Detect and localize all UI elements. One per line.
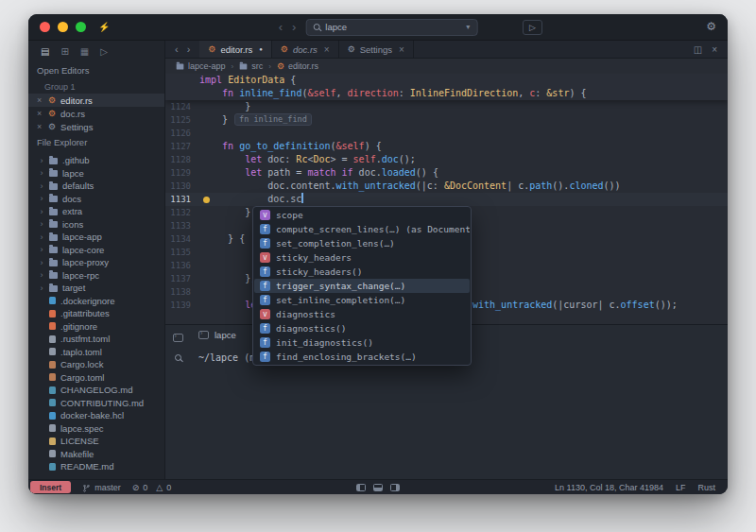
completion-item[interactable]: ffind_enclosing_brackets(…)	[254, 350, 470, 364]
terminal-icon	[198, 331, 209, 339]
tree-item[interactable]: .rustfmt.toml	[28, 333, 164, 346]
remote-connection-icon[interactable]: ⚡	[98, 22, 110, 32]
folder-icon	[49, 260, 58, 266]
tree-item[interactable]: Cargo.lock	[28, 358, 164, 371]
close-window-button[interactable]	[40, 22, 50, 32]
completion-item[interactable]: ftrigger_syntax_change(…)	[254, 279, 470, 293]
toggle-bottom-panel-icon[interactable]	[373, 484, 383, 491]
tree-item[interactable]: ›icons	[28, 218, 164, 232]
editor-tab[interactable]: ⚙editor.rs●	[199, 41, 272, 58]
tabs-forward-icon[interactable]: ›	[187, 43, 191, 55]
close-icon[interactable]: ×	[37, 122, 43, 131]
tree-item[interactable]: CONTRIBUTING.md	[28, 397, 164, 410]
open-editor-item[interactable]: ×⚙editor.rs	[28, 94, 164, 107]
tree-item[interactable]: ›lapce-core	[28, 244, 164, 257]
close-icon[interactable]: ×	[399, 44, 404, 55]
toggle-right-panel-icon[interactable]	[390, 484, 400, 491]
completion-item[interactable]: fsticky_headers()	[254, 265, 470, 279]
tree-item[interactable]: ›.github	[28, 154, 164, 167]
line-number: 1129	[165, 166, 199, 180]
folder-icon	[49, 272, 58, 279]
code-line: 1128 let doc: Rc<Doc> = self.doc();	[165, 153, 728, 166]
completion-item[interactable]: fdiagnostics()	[254, 321, 470, 335]
split-editor-icon[interactable]: ◫	[694, 44, 702, 55]
window-controls	[40, 22, 86, 32]
problems-indicator[interactable]: ⊘ 0 △ 0	[132, 483, 172, 492]
tree-item[interactable]: ›lapce-rpc	[28, 269, 164, 283]
text-cursor	[301, 193, 303, 203]
tree-item[interactable]: ›docs	[28, 193, 164, 206]
close-editor-icon[interactable]: ×	[712, 44, 717, 55]
completion-item[interactable]: fset_completion_lens(…)	[254, 236, 470, 250]
gear-icon: ⚙	[348, 45, 355, 54]
modified-dot-icon: ●	[259, 46, 263, 52]
tree-item[interactable]: ›lapce-app	[28, 231, 164, 244]
tree-item[interactable]: Cargo.toml	[28, 371, 164, 385]
tree-item[interactable]: ›lapce	[28, 167, 164, 180]
folder-icon	[49, 221, 58, 228]
breadcrumb: lapce-app›src›⚙editor.rs	[165, 59, 728, 74]
tree-item[interactable]: .taplo.toml	[28, 346, 164, 359]
line-ending[interactable]: LF	[676, 483, 686, 492]
git-branch-indicator[interactable]: master	[82, 483, 121, 492]
search-panel-icon[interactable]	[175, 354, 181, 361]
breadcrumb-item[interactable]: src	[239, 61, 263, 71]
breadcrumb-item[interactable]: lapce-app	[176, 61, 226, 71]
language-mode[interactable]: Rust	[697, 483, 715, 492]
terminal-tab[interactable]: lapce	[190, 325, 245, 344]
terminal-panel-icon[interactable]	[173, 334, 183, 342]
run-button[interactable]: ▷	[523, 20, 542, 35]
tree-item[interactable]: ›lapce-proxy	[28, 256, 164, 269]
toggle-left-panel-icon[interactable]	[356, 484, 366, 491]
completion-label: find_enclosing_brackets(…)	[276, 352, 417, 362]
tree-item[interactable]: .gitattributes	[28, 307, 164, 320]
command-palette[interactable]: lapce ▾	[305, 19, 477, 36]
completion-item[interactable]: vsticky_headers	[254, 250, 470, 265]
minimize-window-button[interactable]	[58, 22, 68, 32]
file-icon	[49, 322, 56, 330]
completion-item[interactable]: vscope	[254, 208, 470, 222]
completion-kind-icon: f	[260, 238, 270, 249]
close-icon[interactable]: ×	[37, 95, 43, 105]
tree-item[interactable]: CHANGELOG.md	[28, 384, 164, 397]
settings-gear-icon[interactable]: ⚙	[706, 21, 716, 32]
plugin-icon[interactable]: ⊞	[60, 46, 68, 57]
tree-item[interactable]: Makefile	[28, 448, 164, 461]
tree-item[interactable]: docker-bake.hcl	[28, 409, 164, 422]
tree-item[interactable]: ›defaults	[28, 180, 164, 193]
file-explorer-header[interactable]: File Explorer	[28, 133, 164, 151]
open-editor-item[interactable]: ×⚙Settings	[28, 120, 164, 133]
search-icon	[313, 24, 319, 30]
close-icon[interactable]: ×	[37, 109, 43, 118]
warning-icon: △	[156, 483, 163, 492]
tree-item[interactable]: .gitignore	[28, 320, 164, 334]
maximize-window-button[interactable]	[76, 22, 86, 32]
editor-tab[interactable]: ⚙doc.rs×	[272, 41, 339, 58]
nav-forward-icon[interactable]: ›	[292, 21, 296, 33]
tree-item[interactable]: .dockerignore	[28, 295, 164, 308]
completion-item[interactable]: fset_inline_completion(…)	[254, 293, 470, 307]
debug-icon[interactable]: ▷	[100, 46, 108, 57]
cursor-position[interactable]: Ln 1130, Col 18, Char 41984	[555, 483, 663, 492]
code-action-lightbulb-icon[interactable]	[203, 197, 210, 203]
completion-item[interactable]: vdiagnostics	[254, 307, 470, 321]
breadcrumb-item[interactable]: ⚙editor.rs	[277, 61, 318, 71]
mode-badge[interactable]: Insert	[30, 481, 71, 493]
editor-tab[interactable]: ⚙Settings×	[339, 41, 414, 58]
source-control-icon[interactable]: ▦	[80, 46, 89, 57]
open-editors-header[interactable]: Open Editors	[28, 61, 164, 79]
tree-item[interactable]: ›target	[28, 282, 164, 295]
completion-item[interactable]: finit_diagnostics()	[254, 335, 470, 350]
explorer-icon[interactable]: ▤	[41, 46, 49, 57]
nav-back-icon[interactable]: ‹	[279, 21, 283, 33]
tree-item[interactable]: lapce.spec	[28, 422, 164, 436]
open-editor-item[interactable]: ×⚙doc.rs	[28, 107, 164, 120]
tree-item[interactable]: README.md	[28, 460, 164, 473]
completion-item[interactable]: fcompute_screen_lines(…) (as Document)	[254, 222, 470, 236]
tree-item[interactable]: ›extra	[28, 205, 164, 218]
close-icon[interactable]: ×	[324, 44, 330, 55]
tab-strip: ⚙editor.rs●⚙doc.rs×⚙Settings×	[199, 41, 414, 58]
breadcrumb-separator-icon: ›	[232, 62, 234, 71]
tree-item[interactable]: LICENSE	[28, 435, 164, 448]
tabs-back-icon[interactable]: ‹	[175, 43, 179, 55]
